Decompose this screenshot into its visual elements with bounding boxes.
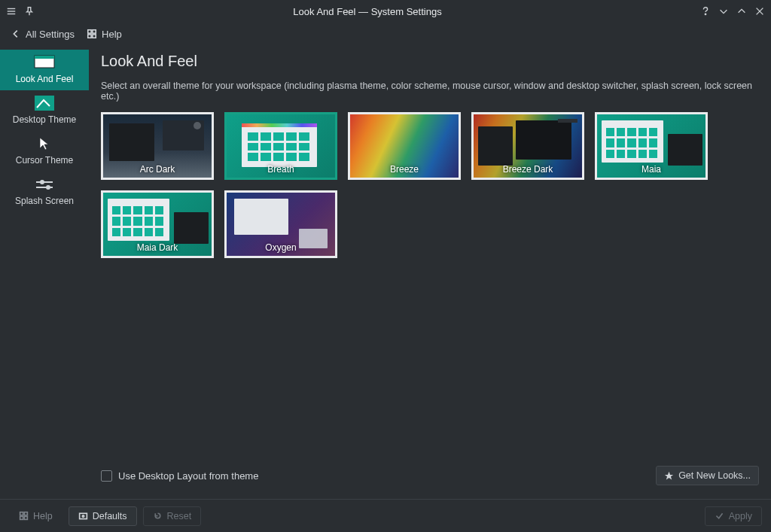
svg-rect-17: [20, 512, 23, 515]
minimize-icon[interactable]: [718, 6, 729, 17]
content-area: Look And Feel Select an overall theme fo…: [89, 45, 771, 499]
checkbox-box[interactable]: [101, 470, 112, 482]
get-new-looks-label: Get New Looks...: [678, 470, 751, 481]
theme-label: Maia: [597, 164, 705, 175]
theme-maia[interactable]: Maia: [595, 112, 708, 180]
defaults-button[interactable]: Defaults: [69, 506, 137, 526]
sidebar-item-label: Splash Screen: [15, 196, 74, 206]
page-title: Look And Feel: [101, 53, 759, 70]
help-icon[interactable]: [700, 6, 711, 17]
help-button[interactable]: Help: [9, 506, 62, 526]
get-new-looks-button[interactable]: Get New Looks...: [656, 466, 759, 485]
theme-label: Arc Dark: [103, 164, 212, 175]
svg-rect-9: [93, 35, 96, 38]
help-button-label: Help: [33, 511, 53, 521]
help-menu-label: Help: [102, 29, 122, 40]
svg-rect-20: [24, 516, 27, 519]
theme-grid: Arc Dark Breath Breeze: [101, 112, 759, 258]
svg-rect-21: [79, 513, 87, 518]
svg-rect-7: [93, 30, 96, 33]
svg-rect-6: [88, 30, 91, 33]
theme-label: Maia Dark: [103, 242, 212, 253]
defaults-button-label: Defaults: [93, 511, 127, 521]
reset-button: Reset: [143, 506, 202, 526]
theme-label: Breeze: [350, 164, 459, 175]
menu-icon[interactable]: [6, 6, 17, 17]
all-settings-label: All Settings: [26, 29, 75, 40]
sidebar-item-label: Look And Feel: [16, 74, 74, 84]
window-title: Look And Feel — System Settings: [35, 6, 700, 17]
splash-icon: [34, 176, 55, 193]
checkbox-label: Use Desktop Layout from theme: [118, 470, 258, 482]
sidebar: Look And Feel Desktop Theme Cursor Theme…: [0, 45, 89, 499]
theme-breeze[interactable]: Breeze: [348, 112, 461, 180]
sidebar-item-splash-screen[interactable]: Splash Screen: [0, 172, 89, 212]
theme-breeze-dark[interactable]: Breeze Dark: [471, 112, 584, 180]
svg-rect-12: [35, 96, 54, 111]
svg-rect-8: [88, 35, 91, 38]
maximize-icon[interactable]: [736, 6, 747, 17]
sidebar-item-label: Cursor Theme: [16, 155, 73, 166]
page-description: Select an overall theme for your workspa…: [101, 81, 759, 102]
theme-label: Breeze Dark: [474, 164, 582, 175]
svg-rect-11: [35, 56, 54, 59]
apply-button-label: Apply: [729, 511, 752, 521]
svg-point-3: [705, 14, 705, 14]
theme-maia-dark[interactable]: Maia Dark: [101, 190, 214, 258]
svg-point-22: [82, 515, 84, 517]
theme-oxygen[interactable]: Oxygen: [224, 190, 337, 258]
use-desktop-layout-checkbox[interactable]: Use Desktop Layout from theme: [101, 470, 258, 482]
pin-icon[interactable]: [24, 6, 35, 17]
svg-rect-19: [20, 516, 23, 519]
sidebar-item-label: Desktop Theme: [13, 114, 77, 125]
sidebar-item-cursor-theme[interactable]: Cursor Theme: [0, 131, 89, 172]
svg-rect-18: [24, 512, 27, 515]
svg-point-14: [40, 180, 44, 184]
svg-point-16: [46, 185, 50, 190]
sidebar-item-look-and-feel[interactable]: Look And Feel: [0, 50, 89, 90]
reset-button-label: Reset: [167, 511, 192, 521]
toolbar: All Settings Help: [0, 23, 771, 45]
bottom-bar: Help Defaults Reset Apply: [0, 499, 771, 532]
help-menu-button[interactable]: Help: [87, 29, 122, 40]
theme-breath[interactable]: Breath: [224, 112, 337, 180]
theme-label: Breath: [227, 164, 335, 175]
all-settings-button[interactable]: All Settings: [11, 29, 75, 40]
theme-arc-dark[interactable]: Arc Dark: [101, 112, 214, 180]
theme-label: Oxygen: [227, 242, 335, 253]
cursor-icon: [34, 135, 55, 152]
sidebar-item-desktop-theme[interactable]: Desktop Theme: [0, 90, 89, 131]
apply-button: Apply: [705, 506, 762, 526]
close-icon[interactable]: [754, 6, 765, 17]
monitor-icon: [34, 54, 55, 71]
window-titlebar: Look And Feel — System Settings: [0, 0, 771, 23]
desktop-theme-icon: [34, 95, 55, 111]
